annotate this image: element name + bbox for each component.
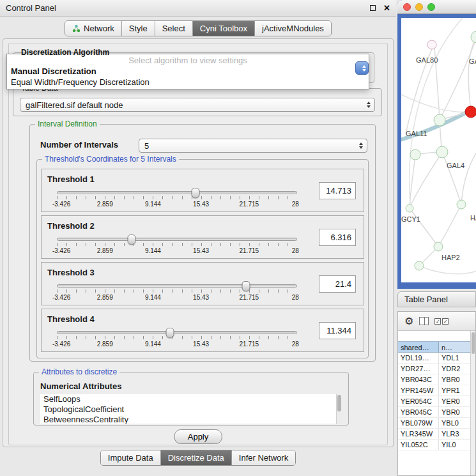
- slider-track[interactable]: [57, 191, 297, 194]
- table-data-select[interactable]: galFiltered.sif default node: [20, 98, 375, 112]
- table-row[interactable]: YLR345W YLR3: [398, 429, 470, 440]
- network-svg: GAL80GAGAL11GAL4GCY1HAHAP2: [401, 18, 476, 282]
- columns-icon[interactable]: [419, 317, 429, 325]
- slider-scale-labels: -3.4262.8599.14415.4321.71528: [57, 201, 297, 208]
- algorithm-option[interactable]: Equal Width/Frequency Discretization: [7, 77, 369, 88]
- close-icon[interactable]: ✕: [383, 5, 390, 12]
- network-node-label: GCY1: [401, 215, 420, 223]
- attributes-list-items: SelfLoopsTopologicalCoefficientBetweenne…: [40, 394, 342, 424]
- network-node[interactable]: [434, 242, 443, 251]
- network-node[interactable]: [406, 204, 413, 212]
- threshold-list: Threshold 1 -3.4262.8599.14415.4321.7152…: [41, 169, 364, 352]
- network-node-label: HAP2: [441, 254, 460, 261]
- table-rows: YDL19… YDL1 YDR27… YDR2 YBR043C YBR0 YPR…: [398, 353, 470, 450]
- column-header-shared-name[interactable]: shared…: [398, 342, 439, 352]
- tab-select[interactable]: Select: [155, 21, 192, 36]
- select-columns-icons[interactable]: [434, 318, 449, 325]
- table-row[interactable]: YIL052C YIL0: [398, 440, 470, 450]
- threshold-label: Threshold 4: [47, 314, 95, 324]
- table-row[interactable]: YDR27… YDR2: [398, 364, 470, 374]
- network-edge[interactable]: [410, 208, 438, 247]
- network-edge[interactable]: [442, 152, 461, 204]
- gear-icon[interactable]: ⚙: [404, 316, 413, 326]
- threshold-slider[interactable]: -3.4262.8599.14415.4321.71528: [57, 331, 297, 350]
- checkbox-icon[interactable]: [434, 318, 441, 325]
- network-edge[interactable]: [410, 155, 415, 208]
- zoom-traffic-light-icon[interactable]: [427, 3, 435, 11]
- threshold-label: Threshold 1: [47, 174, 95, 184]
- tab-impute-data[interactable]: Impute Data: [101, 450, 160, 465]
- tab-style[interactable]: Style: [121, 21, 155, 36]
- attributes-scrollbar[interactable]: [336, 394, 342, 424]
- threshold-slider[interactable]: -3.4262.8599.14415.4321.71528: [57, 238, 297, 257]
- network-node[interactable]: [410, 150, 420, 160]
- table-cell-shared-name: YDL19…: [398, 353, 439, 363]
- tab-label: Discretize Data: [168, 453, 224, 463]
- threshold-panel: Threshold 3 -3.4262.8599.14415.4321.7152…: [41, 262, 364, 305]
- control-panel-title: Control Panel: [6, 3, 56, 13]
- control-panel-body: Discretization Algorithm Table Data galF…: [3, 38, 394, 447]
- scrollbar-thumb[interactable]: [337, 395, 341, 411]
- table-row[interactable]: YDL19… YDL1: [398, 353, 470, 364]
- table-row[interactable]: YBL079W YBL0: [398, 418, 470, 429]
- network-node[interactable]: [427, 40, 436, 49]
- network-node[interactable]: [465, 106, 476, 118]
- close-traffic-light-icon[interactable]: [403, 3, 411, 11]
- threshold-coordinates-group-title: Threshold's Coordinates for 5 Intervals: [42, 155, 179, 164]
- tab-jactivemnodules[interactable]: jActiveMNodules: [254, 21, 331, 36]
- threshold-value-field[interactable]: 14.713: [319, 182, 356, 199]
- attribute-item[interactable]: BetweennessCentrality: [40, 415, 342, 424]
- checkbox-icon[interactable]: [442, 318, 449, 325]
- tab-label: jActiveMNodules: [262, 24, 324, 33]
- bottom-tab-row: Impute Data Discretize Data Infer Networ…: [0, 450, 396, 466]
- column-header-name[interactable]: n…: [439, 342, 470, 352]
- table-panel-header[interactable]: Table Panel: [397, 291, 476, 307]
- table-cell-shared-name: YBR043C: [398, 374, 439, 385]
- threshold-panel: Threshold 1 -3.4262.8599.14415.4321.7152…: [41, 169, 364, 212]
- algorithm-option[interactable]: Manual Discretization: [7, 66, 369, 77]
- apply-button[interactable]: Apply: [174, 429, 222, 444]
- minimize-traffic-light-icon[interactable]: [415, 3, 423, 11]
- table-scrollbar[interactable]: [470, 331, 475, 475]
- slider-track[interactable]: [57, 238, 297, 241]
- slider-track[interactable]: [57, 284, 297, 288]
- network-edge[interactable]: [468, 37, 476, 112]
- slider-track[interactable]: [57, 331, 297, 334]
- float-window-icon[interactable]: [370, 5, 376, 11]
- network-node[interactable]: [436, 146, 448, 158]
- number-of-intervals-select[interactable]: 5: [139, 139, 367, 153]
- threshold-value-field[interactable]: 21.4: [319, 275, 356, 293]
- tab-cyni-toolbox[interactable]: Cyni Toolbox: [192, 21, 254, 36]
- network-node-label: GAL11: [406, 130, 427, 137]
- threshold-value-field[interactable]: 6.316: [319, 229, 356, 246]
- slider-ticks: [57, 196, 297, 199]
- numerical-attributes-list[interactable]: SelfLoopsTopologicalCoefficientBetweenne…: [40, 394, 342, 424]
- table-cell-shared-name: YPR145W: [398, 385, 439, 395]
- network-node[interactable]: [457, 200, 466, 209]
- network-edge[interactable]: [419, 266, 476, 274]
- table-row[interactable]: YBR045C YBR0: [398, 407, 470, 418]
- algorithm-combo-arrows[interactable]: [355, 61, 369, 75]
- attribute-item[interactable]: SelfLoops: [40, 394, 342, 404]
- tab-label: Network: [84, 24, 114, 33]
- threshold-value-field[interactable]: 11.344: [319, 322, 356, 339]
- scrollbar-thumb[interactable]: [472, 332, 475, 354]
- network-node[interactable]: [415, 261, 424, 270]
- table-cell-name: YBR0: [439, 374, 470, 385]
- tab-infer-network[interactable]: Infer Network: [231, 450, 295, 465]
- tab-network[interactable]: Network: [65, 21, 121, 36]
- attribute-item[interactable]: TopologicalCoefficient: [40, 404, 342, 415]
- network-canvas[interactable]: GAL80GAGAL11GAL4GCY1HAHAP2: [401, 18, 476, 282]
- network-node[interactable]: [471, 31, 476, 43]
- network-edge[interactable]: [438, 204, 461, 247]
- network-edge[interactable]: [461, 152, 476, 204]
- table-cell-name: YDR2: [439, 364, 470, 374]
- table-row[interactable]: YER054C YER0: [398, 396, 470, 407]
- threshold-slider[interactable]: -3.4262.8599.14415.4321.71528: [57, 191, 297, 210]
- threshold-slider[interactable]: -3.4262.8599.14415.4321.71528: [57, 284, 297, 303]
- network-node-label: GAL4: [447, 162, 464, 169]
- tab-discretize-data[interactable]: Discretize Data: [160, 450, 231, 465]
- network-node[interactable]: [434, 114, 445, 126]
- table-row[interactable]: YPR145W YPR1: [398, 385, 470, 396]
- table-row[interactable]: YBR043C YBR0: [398, 374, 470, 385]
